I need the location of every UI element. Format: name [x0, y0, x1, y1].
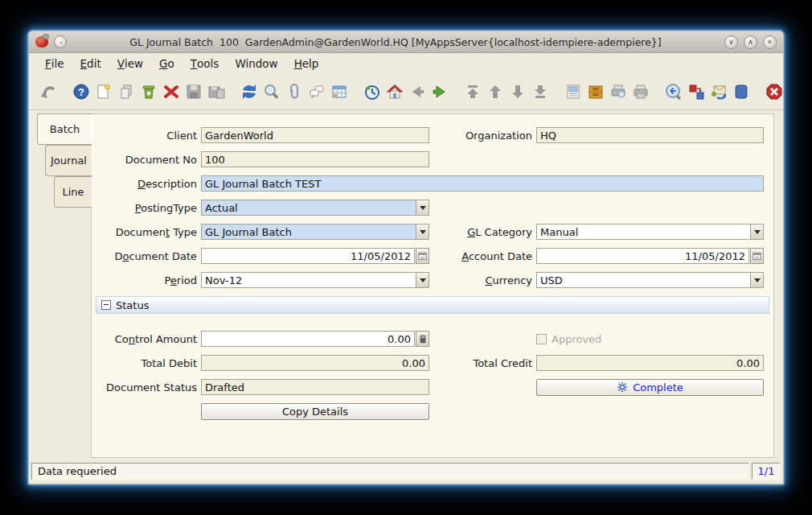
- minimize-button[interactable]: ∨: [724, 35, 738, 49]
- chat-icon: [307, 82, 326, 101]
- undo-button[interactable]: [39, 82, 58, 101]
- tab-line[interactable]: Line: [54, 176, 92, 208]
- posting-type-label: PostingType: [92, 202, 197, 214]
- requery-icon: [240, 82, 259, 101]
- document-type-label: Document Type: [92, 226, 197, 238]
- tab-journal[interactable]: Journal: [45, 145, 92, 176]
- end-window-icon: [765, 82, 784, 101]
- menu-go[interactable]: Go: [151, 53, 182, 74]
- last-record-button[interactable]: [531, 82, 550, 101]
- currency-select[interactable]: USD: [536, 272, 764, 288]
- attachment-button[interactable]: [285, 82, 304, 101]
- previous-record-button[interactable]: [486, 82, 505, 101]
- account-date-label: Account Date: [429, 250, 532, 262]
- account-date-calendar-button[interactable]: [750, 248, 764, 264]
- next-record-button[interactable]: [508, 82, 527, 101]
- document-date-calendar-button[interactable]: [416, 248, 429, 264]
- delete-record-button[interactable]: [139, 82, 158, 101]
- status-message: Data requeried: [31, 463, 749, 480]
- document-no-field: 100: [201, 151, 429, 167]
- period-select[interactable]: Nov-12: [201, 272, 429, 288]
- next-record-icon: [508, 82, 527, 101]
- posting-type-dropdown-button[interactable]: [416, 200, 429, 215]
- collapse-icon[interactable]: [101, 300, 111, 310]
- document-type-select[interactable]: GL Journal Batch: [201, 224, 429, 240]
- end-window-button[interactable]: [765, 82, 784, 101]
- total-debit-label: Total Debit: [92, 357, 197, 369]
- complete-button-label: Complete: [633, 381, 683, 393]
- menu-file[interactable]: File: [37, 53, 72, 74]
- first-record-button[interactable]: [463, 82, 482, 101]
- copy-record-icon: [117, 82, 136, 101]
- row-client-organization: Client GardenWorld Organization HQ: [92, 127, 773, 143]
- control-amount-input[interactable]: 0.00: [201, 331, 415, 347]
- control-amount-calculator-button[interactable]: [416, 331, 429, 347]
- print-preview-button[interactable]: [609, 82, 628, 101]
- menu-edit[interactable]: Edit: [72, 53, 109, 74]
- new-record-button[interactable]: [94, 82, 113, 101]
- home-button[interactable]: [385, 82, 404, 101]
- gl-category-label: GL Category: [429, 226, 532, 238]
- find-button[interactable]: [262, 82, 281, 101]
- document-status-field: Drafted: [201, 379, 429, 395]
- delete-record-icon: [139, 82, 158, 101]
- product-info-button[interactable]: [732, 82, 751, 101]
- document-date-input[interactable]: 11/05/2012: [201, 248, 415, 264]
- currency-value: USD: [540, 274, 563, 286]
- report-button[interactable]: [564, 82, 583, 101]
- currency-dropdown-button[interactable]: [750, 273, 763, 287]
- record-indicator: 1/1: [752, 463, 781, 480]
- app-icon: [35, 36, 48, 47]
- menu-tools[interactable]: Tools: [182, 53, 228, 74]
- status-section-header[interactable]: Status: [96, 296, 769, 314]
- save-button[interactable]: [184, 82, 203, 101]
- period-dropdown-button[interactable]: [416, 273, 429, 287]
- tab-batch[interactable]: Batch: [37, 113, 92, 145]
- account-date-input[interactable]: 11/05/2012: [536, 248, 749, 264]
- gl-category-dropdown-button[interactable]: [750, 225, 763, 239]
- copy-details-button[interactable]: Copy Details: [201, 403, 429, 420]
- total-credit-field: 0.00: [536, 355, 764, 371]
- save-and-create-button[interactable]: [207, 82, 226, 101]
- print-button[interactable]: [631, 82, 650, 101]
- menu-view[interactable]: View: [109, 53, 151, 74]
- posting-type-select[interactable]: Actual: [201, 200, 429, 216]
- row-copy-details: Copy Details: [92, 403, 773, 419]
- check-requests-button[interactable]: [709, 82, 728, 101]
- chat-button[interactable]: [307, 82, 326, 101]
- requery-button[interactable]: [240, 82, 259, 101]
- complete-button[interactable]: Complete: [536, 379, 764, 396]
- zoom-across-button[interactable]: [664, 82, 683, 101]
- gl-category-select[interactable]: Manual: [536, 224, 764, 240]
- row-document-type-gl-category: Document Type GL Journal Batch GL Catego…: [92, 224, 773, 240]
- posting-type-value: Actual: [205, 202, 238, 214]
- chevron-down-icon: [420, 206, 426, 213]
- client-field: GardenWorld: [201, 127, 429, 143]
- menu-window[interactable]: Window: [227, 53, 285, 74]
- menu-help[interactable]: Help: [286, 53, 327, 74]
- close-button[interactable]: ×: [763, 35, 777, 49]
- row-document-no: Document No 100: [92, 151, 773, 167]
- help-button[interactable]: ?: [72, 82, 91, 101]
- forward-button[interactable]: [430, 82, 449, 101]
- copy-details-button-label: Copy Details: [282, 406, 348, 418]
- organization-label: Organization: [429, 130, 532, 142]
- maximize-button[interactable]: ∧: [744, 35, 757, 49]
- grid-toggle-button[interactable]: [330, 82, 349, 101]
- window-menu-button[interactable]: [54, 35, 67, 48]
- document-type-dropdown-button[interactable]: [416, 225, 429, 239]
- last-record-icon: [531, 82, 550, 101]
- copy-record-button[interactable]: [117, 82, 136, 101]
- row-totals: Total Debit 0.00 Total Credit 0.00: [92, 355, 773, 371]
- archive-button[interactable]: [586, 82, 605, 101]
- toolbar: ?: [29, 74, 783, 110]
- description-input[interactable]: GL Journal Batch TEST: [201, 175, 764, 192]
- back-button[interactable]: [408, 82, 427, 101]
- calendar-icon: [417, 251, 428, 262]
- currency-label: Currency: [429, 274, 532, 286]
- history-button[interactable]: [363, 82, 382, 101]
- workflow-button[interactable]: [687, 82, 706, 101]
- save-icon: [184, 82, 203, 101]
- delete-selection-button[interactable]: [162, 82, 181, 101]
- archive-icon: [586, 82, 605, 101]
